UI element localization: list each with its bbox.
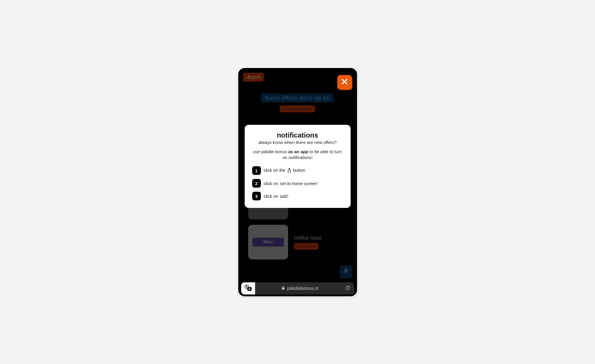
translate-icon bbox=[245, 285, 252, 292]
step-2: 2 click on 'set to home screen' bbox=[252, 179, 343, 188]
step-text: click on 'set to home screen' bbox=[264, 181, 318, 186]
step-2-pre: click on bbox=[264, 181, 279, 186]
step-1: 1 click on the button bbox=[252, 166, 343, 175]
modal-desc-pre: use pakdie bonus bbox=[253, 149, 288, 154]
step-1-pre: click on the bbox=[264, 168, 285, 173]
step-number: 3 bbox=[252, 192, 261, 200]
notifications-modal: notifications always know when there are… bbox=[245, 125, 351, 208]
modal-subtitle: always know when there are new offers? bbox=[252, 140, 343, 145]
app-root: ‹back these offers work up to: October 2… bbox=[238, 68, 357, 296]
browser-address-bar: pakdiebonus.nl bbox=[241, 282, 354, 295]
step-3-em: 'add' bbox=[279, 194, 288, 199]
url-display[interactable]: pakdiebonus.nl bbox=[258, 286, 342, 291]
url-text: pakdiebonus.nl bbox=[287, 286, 318, 291]
step-number: 1 bbox=[252, 166, 261, 175]
modal-title: notifications bbox=[252, 131, 343, 139]
reload-button[interactable] bbox=[345, 285, 351, 292]
close-button[interactable] bbox=[337, 75, 352, 89]
modal-steps: 1 click on the button 2 click bbox=[252, 166, 343, 200]
step-text: click on the button bbox=[264, 168, 305, 173]
share-icon bbox=[287, 168, 291, 173]
step-3: 3 click on 'add' bbox=[252, 192, 343, 200]
step-number: 2 bbox=[252, 179, 261, 188]
device-frame: ‹back these offers work up to: October 2… bbox=[238, 68, 357, 296]
step-3-pre: click on bbox=[264, 194, 279, 199]
translate-button[interactable] bbox=[241, 282, 255, 295]
lock-icon bbox=[281, 286, 285, 291]
step-text: click on 'add' bbox=[264, 194, 288, 199]
step-2-em: 'set to home screen' bbox=[279, 181, 318, 186]
reload-icon bbox=[345, 287, 351, 292]
close-icon bbox=[341, 78, 348, 87]
step-1-post: button bbox=[293, 168, 305, 173]
modal-desc-bold: as an app bbox=[288, 149, 308, 154]
modal-description: use pakdie bonus as an app to be able to… bbox=[252, 149, 343, 161]
